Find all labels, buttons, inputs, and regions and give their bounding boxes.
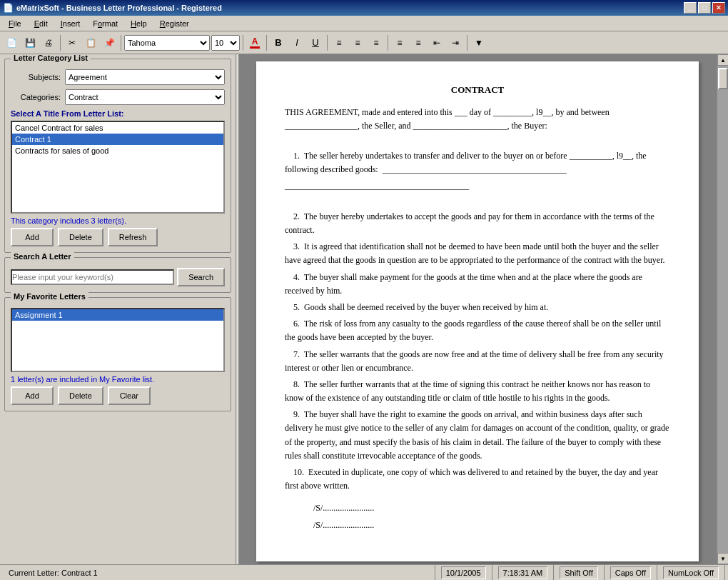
date-status: 10/1/2005 — [435, 565, 492, 580]
favorites-list[interactable]: Assignment 1 — [11, 308, 225, 372]
shift-text: Shift Off — [565, 569, 593, 577]
delete-favorite-button[interactable]: Delete — [58, 386, 103, 405]
list-item[interactable]: Cancel Contract for sales — [12, 122, 223, 134]
date-display: 10/1/2005 — [441, 566, 486, 579]
favorites-buttons-row: Add Delete Clear — [11, 386, 225, 405]
cut-button[interactable]: ✂ — [64, 34, 81, 51]
title-bar-text: eMatrixSoft - Business Letter Profession… — [16, 4, 222, 12]
close-button[interactable]: ✕ — [712, 2, 725, 14]
shift-display: Shift Off — [560, 566, 598, 579]
toolbar-sep5 — [327, 35, 328, 51]
print-button[interactable]: 🖨 — [40, 34, 57, 51]
save-button[interactable]: 💾 — [21, 34, 39, 51]
decrease-indent-button[interactable]: ⇤ — [428, 34, 445, 51]
menu-help[interactable]: Help — [125, 18, 153, 29]
doc-paragraph: 9. The buyer shall have the right to exa… — [285, 408, 670, 463]
numlock-text: NumLock Off — [668, 569, 714, 577]
font-color-button[interactable]: A — [246, 34, 263, 51]
doc-paragraph: 8. The seller further warrants that at t… — [285, 378, 670, 405]
subjects-label: Subjects: — [11, 73, 61, 81]
toolbar: 📄 💾 🖨 ✂ 📋 📌 Tahoma Arial Times New Roman… — [0, 31, 728, 54]
maximize-button[interactable]: □ — [698, 2, 711, 14]
menu-edit[interactable]: Edit — [29, 18, 54, 29]
toolbar-sep3 — [243, 35, 243, 51]
numbered-list-button[interactable]: ≡ — [410, 34, 427, 51]
scroll-up-button[interactable]: ▲ — [717, 54, 728, 66]
scrollbar[interactable]: ▲ ▼ — [717, 54, 728, 564]
list-item[interactable]: Contracts for sales of good — [12, 145, 223, 156]
delete-letter-button[interactable]: Delete — [58, 228, 103, 246]
increase-indent-button[interactable]: ⇥ — [447, 34, 464, 51]
doc-paragraph: 6. The risk of loss from any casualty to… — [285, 317, 670, 344]
numlock-display: NumLock Off — [663, 566, 719, 579]
add-favorite-button[interactable]: Add — [11, 386, 54, 405]
align-right-button[interactable]: ≡ — [368, 34, 385, 51]
align-center-button[interactable]: ≡ — [349, 34, 366, 51]
subjects-row: Subjects: Agreement Business Legal — [11, 69, 225, 85]
font-size-selector[interactable]: 8 9 10 11 12 14 — [211, 35, 240, 51]
favorites-count-label: 1 letter(s) are included in My Favorite … — [11, 375, 225, 384]
scroll-down-button[interactable]: ▼ — [717, 553, 728, 564]
toolbar-sep6 — [388, 35, 388, 51]
italic-button[interactable]: I — [288, 34, 305, 51]
main-container: Letter Category List Subjects: Agreement… — [0, 54, 728, 564]
title-bar-controls: _ □ ✕ — [684, 2, 725, 14]
search-group: Search A Letter Search — [4, 257, 231, 293]
current-letter-status: Current Letter: Contract 1 — [3, 565, 435, 580]
shift-status: Shift Off — [554, 565, 605, 580]
doc-paragraph: THIS AGREEMENT, made and entered into th… — [285, 106, 670, 133]
menu-file[interactable]: File — [3, 18, 27, 29]
bullet-list-button[interactable]: ≡ — [391, 34, 408, 51]
add-letter-button[interactable]: Add — [11, 228, 54, 246]
document-area[interactable]: CONTRACT THIS AGREEMENT, made and entere… — [238, 54, 717, 564]
letter-buttons-row: Add Delete Refresh — [11, 228, 225, 246]
numlock-status: NumLock Off — [657, 565, 725, 580]
left-panel: Letter Category List Subjects: Agreement… — [0, 54, 236, 564]
more-button[interactable]: ▼ — [470, 34, 487, 51]
doc-paragraph: 1. The seller hereby undertakes to trans… — [285, 149, 670, 176]
paste-button[interactable]: 📌 — [101, 34, 118, 51]
menu-insert[interactable]: Insert — [55, 18, 86, 29]
menu-register[interactable]: Register — [154, 18, 195, 29]
caps-status: Caps Off — [605, 565, 657, 580]
caps-display: Caps Off — [610, 566, 651, 579]
search-input[interactable] — [11, 269, 174, 285]
search-button[interactable]: Search — [177, 268, 225, 286]
search-row: Search — [11, 268, 225, 286]
doc-paragraph: 4. The buyer shall make payment for the … — [285, 271, 670, 298]
minimize-button[interactable]: _ — [684, 2, 697, 14]
right-panel: CONTRACT THIS AGREEMENT, made and entere… — [238, 54, 728, 564]
doc-paragraph: 7. The seller warrants that the goods ar… — [285, 348, 670, 375]
toolbar-sep7 — [467, 35, 467, 51]
toolbar-sep4 — [266, 35, 267, 51]
underline-button[interactable]: U — [307, 34, 324, 51]
list-item[interactable]: Contract 1 — [12, 134, 223, 145]
time-text: 7:18:31 AM — [503, 569, 543, 577]
letter-category-title: Letter Category List — [11, 54, 91, 62]
new-button[interactable]: 📄 — [3, 34, 20, 51]
title-bar: 📄 eMatrixSoft - Business Letter Professi… — [0, 0, 728, 16]
document-body: THIS AGREEMENT, made and entered into th… — [285, 106, 670, 532]
categories-select[interactable]: Contract Employment Sales — [65, 89, 225, 105]
toolbar-sep2 — [121, 35, 121, 51]
subjects-select[interactable]: Agreement Business Legal — [65, 69, 225, 85]
doc-paragraph: 3. It is agreed that identification shal… — [285, 240, 670, 267]
scroll-thumb[interactable] — [718, 68, 728, 89]
scroll-track[interactable] — [717, 66, 728, 553]
categories-label: Categories: — [11, 93, 61, 101]
align-left-button[interactable]: ≡ — [330, 34, 348, 51]
list-item[interactable]: Assignment 1 — [12, 309, 223, 321]
status-bar: Current Letter: Contract 1 10/1/2005 7:1… — [0, 564, 728, 580]
clear-favorite-button[interactable]: Clear — [108, 386, 151, 405]
letter-count-label: This category includes 3 letter(s). — [11, 216, 225, 225]
copy-button[interactable]: 📋 — [82, 34, 99, 51]
doc-paragraph: 10. Executed in duplicate, one copy of w… — [285, 466, 670, 493]
font-color-bar — [250, 46, 260, 49]
refresh-letter-button[interactable]: Refresh — [108, 228, 158, 246]
bold-button[interactable]: B — [270, 34, 287, 51]
menu-format[interactable]: Format — [87, 18, 123, 29]
letter-list[interactable]: Cancel Contract for sales Contract 1 Con… — [11, 121, 225, 214]
font-selector[interactable]: Tahoma Arial Times New Roman Courier New — [124, 35, 210, 51]
menu-bar: File Edit Insert Format Help Register — [0, 16, 728, 31]
document-title: CONTRACT — [285, 83, 670, 97]
